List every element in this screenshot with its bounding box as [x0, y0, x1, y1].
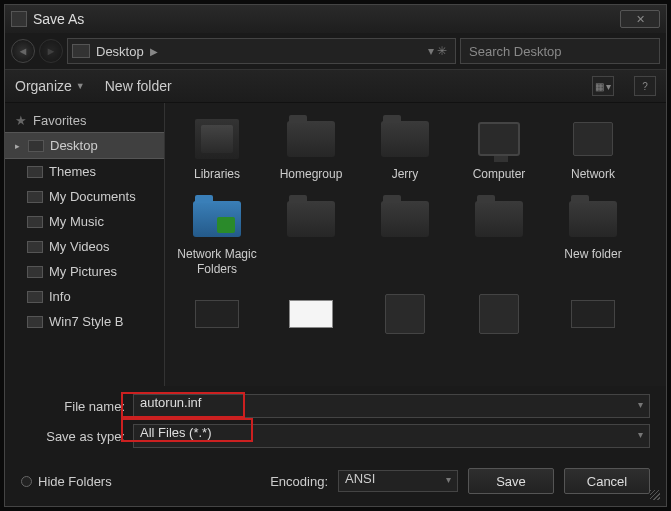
folder-icon — [27, 191, 43, 203]
device-icon — [385, 294, 425, 334]
thumbnail-icon — [289, 300, 333, 328]
filename-input[interactable]: autorun.inf — [133, 394, 650, 418]
file-item[interactable] — [173, 286, 261, 346]
save-as-dialog: Save As ✕ ◄ ► Desktop ▶ ▾ ✳ Search Deskt… — [4, 4, 667, 507]
file-item[interactable] — [549, 286, 637, 346]
star-icon: ★ — [15, 113, 27, 128]
sidebar-item-documents[interactable]: My Documents — [5, 184, 164, 209]
bottom-row: Hide Folders Encoding: ANSI Save Cancel — [5, 458, 666, 506]
folder-icon — [475, 201, 523, 237]
app-icon — [11, 11, 27, 27]
window-title: Save As — [33, 11, 84, 27]
toolbar: Organize ▼ New folder ▦ ▾ ? — [5, 69, 666, 103]
back-button[interactable]: ◄ — [11, 39, 35, 63]
folder-icon — [287, 121, 335, 157]
sidebar-item-info[interactable]: Info — [5, 284, 164, 309]
file-item[interactable] — [361, 191, 449, 280]
file-item-homegroup[interactable]: Homegroup — [267, 111, 355, 185]
sidebar-item-win7style[interactable]: Win7 Style B — [5, 309, 164, 334]
computer-icon — [478, 122, 520, 156]
file-item[interactable] — [455, 191, 543, 280]
folder-icon — [193, 201, 241, 237]
sidebar-item-music[interactable]: My Music — [5, 209, 164, 234]
view-options-button[interactable]: ▦ ▾ — [592, 76, 614, 96]
file-item[interactable] — [361, 286, 449, 346]
folder-icon — [72, 44, 90, 58]
cancel-button[interactable]: Cancel — [564, 468, 650, 494]
hide-folders-toggle[interactable]: Hide Folders — [21, 474, 112, 489]
folder-icon — [381, 201, 429, 237]
sidebar-item-desktop[interactable]: Desktop — [5, 132, 164, 159]
file-item-network[interactable]: Network — [549, 111, 637, 185]
sidebar-item-videos[interactable]: My Videos — [5, 234, 164, 259]
folder-icon — [287, 201, 335, 237]
breadcrumb-location: Desktop — [96, 44, 144, 59]
folder-icon — [27, 216, 43, 228]
resize-grip[interactable] — [650, 490, 660, 500]
libraries-icon — [195, 119, 239, 159]
folder-icon — [27, 291, 43, 303]
folder-icon — [27, 166, 43, 178]
file-item[interactable] — [455, 286, 543, 346]
folder-icon — [28, 140, 44, 152]
file-item-computer[interactable]: Computer — [455, 111, 543, 185]
file-item-network-magic[interactable]: Network Magic Folders — [173, 191, 261, 280]
new-folder-button[interactable]: New folder — [105, 78, 172, 94]
sidebar-item-themes[interactable]: Themes — [5, 159, 164, 184]
folder-icon — [27, 241, 43, 253]
search-input[interactable]: Search Desktop — [460, 38, 660, 64]
close-button[interactable]: ✕ — [620, 10, 660, 28]
device-icon — [479, 294, 519, 334]
folder-icon — [27, 266, 43, 278]
folder-icon — [381, 121, 429, 157]
save-type-label: Save as type: — [21, 429, 133, 444]
folder-icon — [27, 316, 43, 328]
thumbnail-icon — [195, 300, 239, 328]
file-item-libraries[interactable]: Libraries — [173, 111, 261, 185]
file-item-new-folder[interactable]: New folder — [549, 191, 637, 280]
thumbnail-icon — [571, 300, 615, 328]
save-button[interactable]: Save — [468, 468, 554, 494]
file-area[interactable]: Libraries Homegroup Jerry Computer Netwo… — [165, 103, 666, 386]
encoding-select[interactable]: ANSI — [338, 470, 458, 492]
breadcrumb[interactable]: Desktop ▶ ▾ ✳ — [67, 38, 456, 64]
sidebar-item-pictures[interactable]: My Pictures — [5, 259, 164, 284]
save-type-select[interactable]: All Files (*.*) — [133, 424, 650, 448]
chevron-down-icon: ▼ — [76, 81, 85, 91]
chevron-right-icon: ▶ — [150, 46, 158, 57]
network-icon — [573, 122, 613, 156]
filename-label: File name: — [21, 399, 133, 414]
encoding-label: Encoding: — [270, 474, 328, 489]
forward-button[interactable]: ► — [39, 39, 63, 63]
radio-icon — [21, 476, 32, 487]
titlebar: Save As ✕ — [5, 5, 666, 33]
sidebar: ★ Favorites Desktop Themes My Documents … — [5, 103, 165, 386]
folder-icon — [569, 201, 617, 237]
favorites-header[interactable]: ★ Favorites — [5, 109, 164, 132]
search-placeholder: Search Desktop — [469, 44, 562, 59]
organize-menu[interactable]: Organize ▼ — [15, 78, 85, 94]
file-item[interactable] — [267, 286, 355, 346]
help-button[interactable]: ? — [634, 76, 656, 96]
file-item-jerry[interactable]: Jerry — [361, 111, 449, 185]
file-item[interactable] — [267, 191, 355, 280]
refresh-icon[interactable]: ▾ ✳ — [428, 44, 447, 58]
nav-row: ◄ ► Desktop ▶ ▾ ✳ Search Desktop — [5, 33, 666, 69]
